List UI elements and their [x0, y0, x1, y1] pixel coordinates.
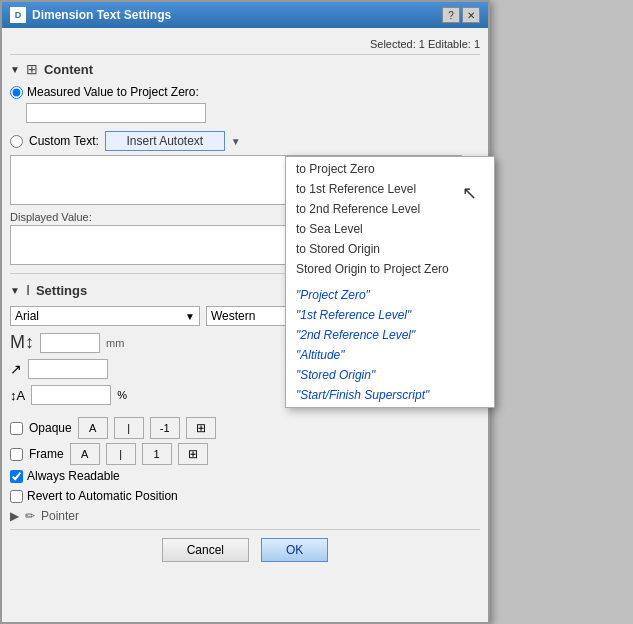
pointer-row: ▶ ✏ Pointer [10, 509, 480, 523]
dialog-title: Dimension Text Settings [32, 8, 171, 22]
size-input[interactable]: 2.00 [40, 333, 100, 353]
cancel-button[interactable]: Cancel [162, 538, 249, 562]
ok-button[interactable]: OK [261, 538, 328, 562]
frame-label: Frame [29, 447, 64, 461]
dropdown-item-project-zero[interactable]: to Project Zero [286, 159, 494, 179]
measured-radio[interactable] [10, 86, 23, 99]
dropdown-item-q-1st-ref[interactable]: "1st Reference Level" [286, 305, 494, 325]
content-title: Content [44, 62, 93, 77]
frame-icon-btn[interactable]: ⊞ [178, 443, 208, 465]
font-dropdown-arrow: ▼ [185, 311, 195, 322]
frame-btn-cursor[interactable]: | [106, 443, 136, 465]
opaque-minus-btn[interactable]: -1 [150, 417, 180, 439]
frame-checkbox[interactable] [10, 448, 23, 461]
close-button[interactable]: ✕ [462, 7, 480, 23]
measured-label: Measured Value to Project Zero: [27, 85, 199, 99]
angle-input[interactable]: 0.00° [28, 359, 108, 379]
dropdown-item-stored-origin[interactable]: to Stored Origin [286, 239, 494, 259]
scale-input[interactable]: 73.18 [31, 385, 111, 405]
dropdown-item-sea-level[interactable]: to Sea Level [286, 219, 494, 239]
title-controls: ? ✕ [442, 7, 480, 23]
font-name: Arial [15, 309, 39, 323]
angle-icon: ↗ [10, 361, 22, 377]
content-icon: ⊞ [26, 61, 38, 77]
always-readable-checkbox[interactable] [10, 470, 23, 483]
size-unit: mm [106, 337, 124, 349]
dropdown-item-q-altitude[interactable]: "Altitude" [286, 345, 494, 365]
custom-text-row: Custom Text: Insert Autotext ▼ [10, 131, 480, 151]
pointer-expand-triangle: ▶ [10, 509, 19, 523]
insert-autotext-button[interactable]: Insert Autotext [105, 131, 225, 151]
always-readable-label: Always Readable [27, 469, 120, 483]
autotext-dropdown-arrow: ▼ [231, 136, 241, 147]
opaque-btn-cursor[interactable]: | [114, 417, 144, 439]
opaque-btn-a[interactable]: A [78, 417, 108, 439]
encoding-name: Western [211, 309, 255, 323]
revert-row: Revert to Automatic Position [10, 489, 480, 503]
scale-unit: % [117, 389, 127, 401]
pointer-icon: ✏ [25, 509, 35, 523]
angle-row: ↗ 0.00° [10, 359, 316, 379]
title-bar: D Dimension Text Settings ? ✕ [2, 2, 488, 28]
opaque-icon-btn[interactable]: ⊞ [186, 417, 216, 439]
selected-info: Selected: 1 Editable: 1 [10, 34, 480, 55]
cursor-indicator: ↖ [462, 182, 477, 204]
revert-checkbox[interactable] [10, 490, 23, 503]
size-row: M↕ 2.00 mm [10, 332, 316, 353]
dropdown-item-q-superscript[interactable]: "Start/Finish Superscript" [286, 385, 494, 405]
settings-icon: Ⅰ [26, 282, 30, 298]
size-icon: M↕ [10, 332, 34, 353]
measured-value-row: Measured Value to Project Zero: [10, 85, 480, 99]
scale-row: ↕A 73.18 % [10, 385, 316, 405]
help-button[interactable]: ? [442, 7, 460, 23]
left-col: M↕ 2.00 mm ↗ 0.00° ↕A 73.18 % [10, 332, 316, 411]
buttons-row: Cancel OK [10, 529, 480, 570]
dropdown-item-q-project-zero[interactable]: "Project Zero" [286, 285, 494, 305]
always-readable-row: Always Readable [10, 469, 480, 483]
custom-label: Custom Text: [29, 134, 99, 148]
dropdown-item-q-stored-origin[interactable]: "Stored Origin" [286, 365, 494, 385]
revert-label: Revert to Automatic Position [27, 489, 178, 503]
opaque-row: Opaque A | -1 ⊞ [10, 417, 480, 439]
custom-radio[interactable] [10, 135, 23, 148]
title-bar-left: D Dimension Text Settings [10, 7, 171, 23]
content-section-header[interactable]: ▼ ⊞ Content [10, 61, 480, 77]
frame-row: Frame A | 1 ⊞ [10, 443, 480, 465]
settings-title: Settings [36, 283, 87, 298]
dropdown-item-stored-to-project[interactable]: Stored Origin to Project Zero [286, 259, 494, 279]
opaque-label: Opaque [29, 421, 72, 435]
measured-value-input-container: +3.100 [26, 103, 480, 123]
dropdown-item-q-2nd-ref[interactable]: "2nd Reference Level" [286, 325, 494, 345]
dialog-icon: D [10, 7, 26, 23]
frame-btn-a[interactable]: A [70, 443, 100, 465]
frame-plus-btn[interactable]: 1 [142, 443, 172, 465]
scale-icon: ↕A [10, 388, 25, 403]
opaque-checkbox[interactable] [10, 422, 23, 435]
pointer-label: Pointer [41, 509, 79, 523]
measured-value-input[interactable]: +3.100 [26, 103, 206, 123]
settings-collapse-triangle: ▼ [10, 285, 20, 296]
collapse-triangle: ▼ [10, 64, 20, 75]
